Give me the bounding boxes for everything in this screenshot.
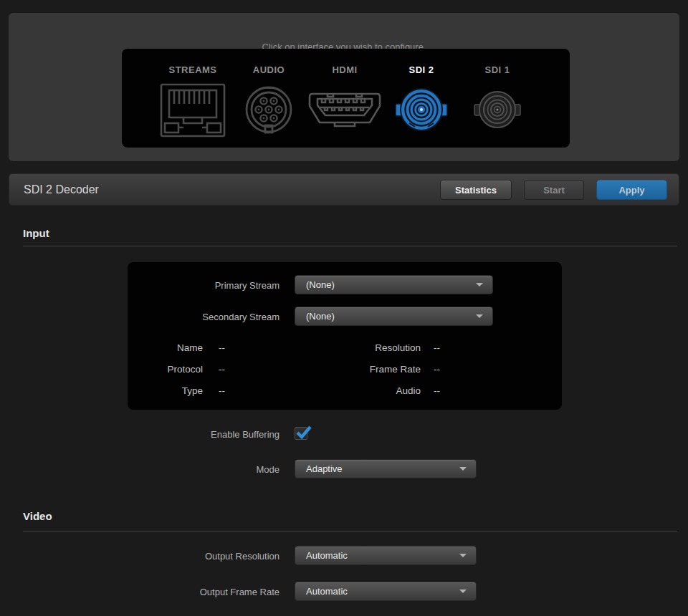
output-frame-rate-dropdown[interactable]: Automatic [295,582,477,601]
audio-din-icon [231,80,307,140]
frame-rate-value: -- [434,364,440,375]
output-resolution-dropdown[interactable]: Automatic [295,546,477,565]
chevron-down-icon [459,467,467,471]
secondary-stream-label: Secondary Stream [128,312,280,322]
enable-buffering-label: Enable Buffering [23,429,280,440]
type-value: -- [219,385,225,396]
hdmi-port-icon [307,80,383,140]
chevron-down-icon [459,589,467,593]
protocol-label: Protocol [128,364,203,375]
decoder-header-bar: SDI 2 Decoder Statistics Start Apply [9,173,679,206]
interface-hdmi-label: HDMI [307,64,383,76]
bnc-sdi2-icon [383,80,459,140]
interface-sdi1-label: SDI 1 [459,64,535,76]
statistics-button[interactable]: Statistics [440,180,512,200]
name-value: -- [219,342,225,353]
interface-sdi2[interactable]: SDI 2 [383,64,459,143]
ethernet-rj45-icon [155,80,231,140]
decoder-config-page: Click on interface you wish to configure… [0,0,688,616]
name-label: Name [128,342,203,353]
resolution-value: -- [434,342,440,353]
bnc-sdi1-icon [459,80,535,140]
input-stream-panel: Primary Stream (None) Secondary Stream (… [128,262,562,410]
protocol-value: -- [219,364,225,375]
connector-strip: STREAMS [122,49,570,148]
type-label: Type [128,385,203,396]
interface-audio[interactable]: AUDIO [231,64,307,143]
start-button[interactable]: Start [524,180,584,200]
audio-value: -- [434,385,440,396]
output-resolution-value: Automatic [306,550,348,561]
enable-buffering-checkbox[interactable] [295,427,307,440]
input-section-divider [23,246,677,246]
interface-sdi2-label: SDI 2 [383,64,459,76]
secondary-stream-dropdown[interactable]: (None) [295,307,493,326]
primary-stream-dropdown[interactable]: (None) [295,275,493,294]
mode-value: Adaptive [306,463,343,474]
page-title: SDI 2 Decoder [24,174,99,205]
chevron-down-icon [476,314,483,318]
input-section-heading: Input [23,227,49,239]
chevron-down-icon [476,283,483,287]
apply-button[interactable]: Apply [596,180,667,200]
output-frame-rate-value: Automatic [306,586,348,597]
interface-selector-panel: Click on interface you wish to configure… [9,13,679,161]
mode-label: Mode [23,464,280,475]
audio-label: Audio [277,385,421,396]
primary-stream-label: Primary Stream [128,280,280,291]
interface-hdmi[interactable]: HDMI [307,64,383,143]
resolution-label: Resolution [277,342,421,353]
video-section-heading: Video [23,510,52,522]
interface-audio-label: AUDIO [231,64,307,76]
primary-stream-value: (None) [306,279,335,290]
output-resolution-label: Output Resolution [23,551,280,562]
output-frame-rate-label: Output Frame Rate [23,587,280,597]
mode-dropdown[interactable]: Adaptive [295,459,477,478]
interface-streams[interactable]: STREAMS [155,64,231,143]
interface-streams-label: STREAMS [155,64,231,76]
video-section-divider [23,531,677,531]
secondary-stream-value: (None) [306,311,335,322]
interface-sdi1[interactable]: SDI 1 [459,64,535,143]
frame-rate-label: Frame Rate [277,364,421,375]
chevron-down-icon [459,554,467,557]
checkmark-icon [295,425,312,443]
